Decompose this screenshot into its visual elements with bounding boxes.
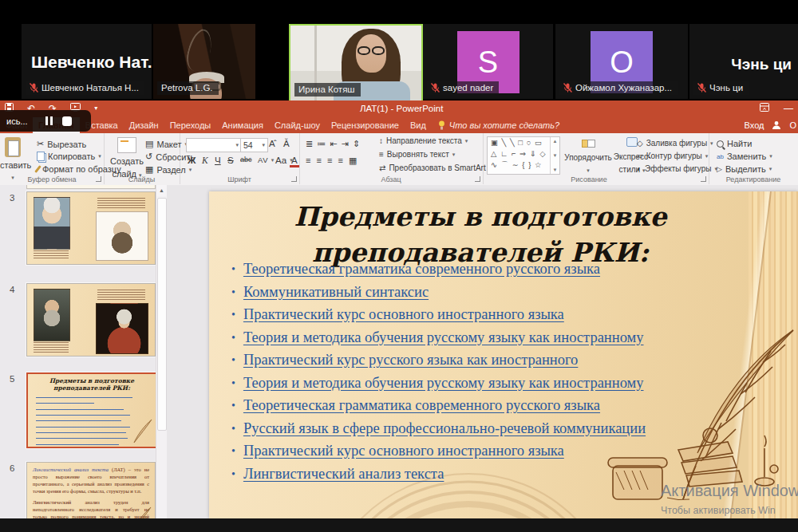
arrange-button[interactable]: Упорядочить ▾ — [563, 137, 614, 175]
bold-button[interactable]: Ж — [186, 156, 197, 165]
cut-button[interactable]: ✂ Вырезать — [37, 139, 86, 149]
find-icon — [717, 140, 724, 148]
bullet-link[interactable]: Коммуникативный синтаксис — [243, 285, 429, 300]
italic-button[interactable]: К — [200, 156, 210, 165]
new-slide-icon — [117, 137, 136, 153]
mic-muted-icon — [697, 83, 706, 93]
bullet-item: •Коммуникативный синтаксис — [231, 285, 694, 300]
feather-icon — [130, 418, 154, 445]
thumbnail-slide-5-selected[interactable]: Предметы в подготовке преподавателей РКИ… — [26, 372, 157, 448]
font-dialog-launcher[interactable] — [291, 176, 297, 182]
shapes-row[interactable]: ▣ ╲ ╲ □ ○ ▭ — [488, 137, 559, 148]
shapes-row[interactable]: ∿ ⌒ ∼ { } ☆ — [488, 160, 559, 171]
shrink-font-button[interactable]: А̌ — [282, 139, 291, 148]
bullet-link[interactable]: Теория и методика обучения русскому язык… — [243, 376, 644, 391]
screen: Шевченко Нат... Шевченко Наталья Н... Pe… — [0, 0, 798, 532]
mic-muted-icon — [563, 83, 572, 93]
bullet-link[interactable]: Практический курс основного иностранного… — [243, 443, 564, 459]
tab-slideshow[interactable]: Слайд-шоу — [269, 117, 326, 133]
paragraph-dialog-launcher[interactable] — [475, 176, 480, 182]
text-shadow-button[interactable]: abc — [239, 156, 254, 164]
portrait-photo — [34, 289, 70, 341]
font-color-button[interactable]: А — [290, 156, 299, 167]
share-person-icon[interactable] — [772, 120, 781, 130]
shape-outline-button[interactable]: ▱ Контур фигуры▾ — [637, 152, 708, 160]
tab-transitions[interactable]: Переходы — [164, 117, 217, 133]
participant-tile-shevchenko[interactable]: Шевченко Нат... Шевченко Наталья Н... — [22, 24, 152, 99]
scroll-up-button[interactable]: ▲ — [156, 185, 167, 196]
bullet-link[interactable]: Практический курс русского языка как ино… — [243, 353, 578, 368]
tab-animations[interactable]: Анимация — [216, 117, 269, 133]
shape-fill-button[interactable]: ◇ Заливка фигуры▾ — [637, 139, 713, 148]
bullet-link[interactable]: Практический курс основного иностранного… — [243, 307, 564, 322]
share-label-clipped[interactable]: О — [789, 120, 796, 130]
tell-me-box[interactable]: Что вы хотите сделать? — [432, 117, 566, 133]
group-label: Буфер обмена — [0, 175, 104, 183]
account-area: Вход О — [745, 117, 798, 133]
text-direction-icon: ↕ — [379, 136, 383, 145]
participant-tile-oyzhamol[interactable]: O Ойжамол Хужаназар... — [555, 24, 688, 99]
scrollbar-thumb[interactable] — [157, 198, 167, 431]
select-button[interactable]: ▷ Выделить▾ — [717, 164, 772, 174]
tab-review[interactable]: Рецензирование — [326, 117, 405, 133]
portrait-photo — [34, 197, 70, 250]
participant-tile-irina-active-speaker[interactable]: Ирина Котяш — [289, 24, 423, 102]
panel-scrollbar[interactable]: ▲ — [156, 185, 167, 532]
shapes-gallery[interactable]: ▣ ╲ ╲ □ ○ ▭ △ ∟ ⌐ ⇒ ⇓ ◇ ∿ ⌒ ∼ { } ☆ ▲ ▼ … — [487, 136, 560, 175]
align-text-button[interactable]: ≡ Выровнять текст▾ — [379, 150, 455, 159]
section-icon: ▦ — [145, 164, 153, 175]
grow-font-button[interactable]: А̂ — [267, 139, 277, 148]
bullet-link[interactable]: Лингвистический анализ текста — [243, 467, 444, 482]
convert-to-smartart-button[interactable]: ⇄ Преобразовать в SmartArt▾ — [379, 164, 492, 172]
font-name-combobox[interactable]: ▾ — [186, 138, 242, 152]
sign-in-link[interactable]: Вход — [745, 120, 764, 130]
replace-button[interactable]: ab Заменить▾ — [717, 152, 772, 161]
list-indent-spacing-buttons[interactable]: ≣ ≔ ⇤ ⇥ ⇕ — [306, 139, 361, 149]
copy-button[interactable]: Копировать ▾ — [37, 152, 101, 161]
participant-label: Ирина Котяш — [294, 83, 361, 97]
inkwell-books-candle-illustration — [600, 428, 792, 515]
slide-title[interactable]: Предметы в подготовке преподавателей РКИ… — [273, 199, 688, 270]
ribbon-display-options-icon[interactable] — [760, 100, 769, 116]
pause-recording-button[interactable] — [45, 116, 53, 125]
drawing-dialog-launcher[interactable] — [701, 176, 706, 182]
slide-canvas[interactable]: Предметы в подготовке преподавателей РКИ… — [209, 191, 798, 518]
shapes-row[interactable]: △ ∟ ⌐ ⇒ ⇓ ◇ — [488, 148, 559, 160]
shape-effects-button[interactable]: ◐ Эффекты фигуры▾ — [637, 164, 717, 173]
layout-icon: ▤ — [145, 139, 153, 149]
strikethrough-button[interactable]: S — [226, 156, 235, 165]
new-slide-button[interactable]: Создать слайд ▾ — [109, 137, 145, 180]
qat-customize-icon[interactable]: ▾ — [94, 102, 97, 115]
text-direction-button[interactable]: ↕ Направление текста▾ — [379, 136, 468, 145]
participant-tile-sayed[interactable]: S sayed nader — [423, 24, 553, 99]
minimize-button[interactable]: — — [784, 100, 793, 116]
powerpoint-window: ↶ ↷ ▾ ЛАТ(1) - PowerPoint — Файл Главная… — [0, 100, 798, 532]
thumbnail-slide-3[interactable] — [26, 191, 156, 265]
shapes-gallery-scroll[interactable]: ▲ ▼ ▼ — [550, 137, 559, 174]
bullet-link[interactable]: Теория и методика обучения русскому язык… — [243, 330, 644, 345]
font-size-combobox[interactable]: 54▾ — [240, 138, 268, 152]
tab-design[interactable]: Дизайн — [124, 117, 164, 133]
mini-slide-title: Предметы в подготовке преподавателей РКИ… — [28, 374, 156, 394]
glasses — [358, 46, 385, 55]
alignment-buttons[interactable]: ≡ ≡ ≡ ≡ ▦ — [306, 156, 358, 166]
bullet-link[interactable]: Русский язык в сфере профессионально-реч… — [243, 421, 646, 436]
bullet-link[interactable]: Теоретическая грамматика современного ру… — [243, 398, 600, 413]
tab-view[interactable]: Вид — [405, 117, 432, 133]
group-editing: Найти ab Заменить▾ ▷ Выделить▾ Редактиро… — [709, 133, 798, 184]
participant-tile-petrova[interactable]: Petrova L.G. — [153, 24, 255, 99]
find-button[interactable]: Найти — [717, 139, 752, 148]
participant-tile-chen[interactable]: Чэнь ци Чэнь ци — [689, 24, 798, 99]
bullet-link[interactable]: Теоретическая грамматика современного ру… — [243, 262, 600, 277]
thumbnail-slide-4[interactable] — [26, 283, 156, 357]
ribbon-tab-row: Файл Главная Вставка Дизайн Переходы Ани… — [0, 117, 798, 133]
character-spacing-button[interactable]: АV▾ — [256, 156, 275, 164]
clipboard-dialog-launcher[interactable] — [96, 176, 101, 182]
group-paragraph: ≣ ≔ ⇤ ⇥ ⇕ ≡ ≡ ≡ ≡ ▦ ↕ Направление текста… — [299, 133, 484, 184]
participant-label: Ойжамол Хужаназар... — [559, 81, 678, 95]
stop-recording-button[interactable] — [62, 116, 72, 126]
portrait-sketch — [96, 211, 148, 261]
group-label: Редактирование — [709, 175, 798, 183]
copy-icon — [37, 152, 45, 161]
underline-button[interactable]: Ч — [213, 156, 223, 165]
